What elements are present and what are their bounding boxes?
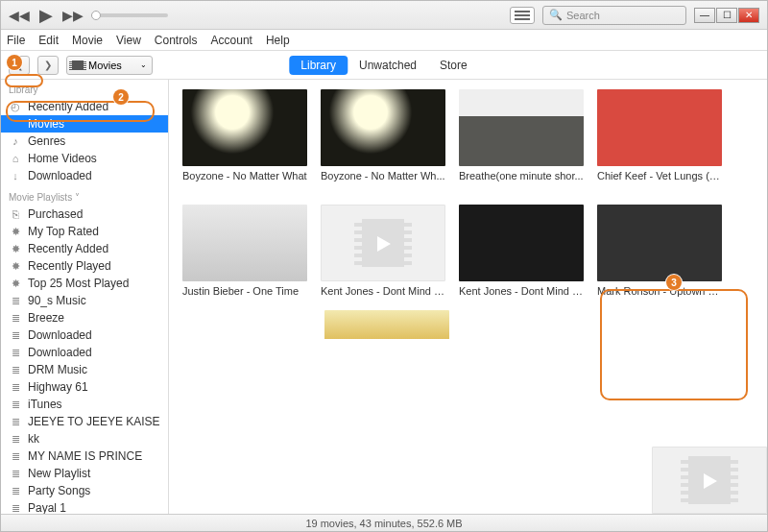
sidebar-playlist-item[interactable]: ≣MY NAME IS PRINCE — [1, 447, 168, 465]
tab-unwatched[interactable]: Unwatched — [348, 56, 428, 75]
menu-view[interactable]: View — [116, 34, 141, 47]
close-button[interactable]: ✕ — [738, 8, 759, 23]
sidebar-item-label: Breeze — [28, 311, 64, 325]
sidebar-item-label: Downloaded — [28, 346, 92, 359]
sidebar-playlist-item[interactable]: ✸My Top Rated — [1, 223, 168, 240]
sidebar-section-playlists[interactable]: Movie Playlists ˅ — [1, 184, 168, 206]
menu-controls[interactable]: Controls — [155, 34, 198, 47]
sidebar-playlist-item[interactable]: ✸Recently Added — [1, 240, 168, 257]
movie-thumbnail[interactable] — [182, 205, 307, 281]
sidebar-playlist-item[interactable]: ≣Party Songs — [1, 482, 168, 499]
toolbar: ❮ ❯ Movies ⌄ LibraryUnwatchedStore — [1, 51, 767, 80]
movie-tile[interactable]: Kent Jones - Dont Mind (... — [459, 205, 584, 297]
menu-edit[interactable]: Edit — [38, 34, 59, 47]
sidebar-item-label: Movies — [28, 117, 64, 131]
sidebar-item-label: New Playlist — [28, 467, 90, 480]
playlist-icon: ≣ — [9, 485, 22, 497]
sidebar-playlist-item[interactable]: ≣iTunes — [1, 396, 168, 413]
movie-tile[interactable]: Chief Keef - Vet Lungs (S... — [597, 89, 722, 181]
sidebar-item-home-videos[interactable]: ⌂Home Videos — [1, 150, 168, 167]
minimize-button[interactable]: — — [694, 8, 715, 23]
sidebar-item-label: 90_s Music — [28, 294, 86, 307]
annotation-badge-2: 2 — [113, 89, 129, 105]
sidebar-item-label: Recently Added — [28, 100, 108, 113]
search-input[interactable]: 🔍 Search — [542, 6, 686, 25]
menu-help[interactable]: Help — [266, 34, 290, 47]
movie-thumbnail[interactable] — [597, 89, 722, 166]
sidebar-item-label: JEEYE TO JEEYE KAISE — [28, 415, 160, 428]
sidebar-item-label: MY NAME IS PRINCE — [28, 449, 142, 463]
movie-thumbnail[interactable] — [597, 205, 722, 281]
next-track-button[interactable]: ▶▶ — [62, 9, 84, 22]
tab-store[interactable]: Store — [428, 56, 479, 75]
playlist-icon: ≣ — [9, 364, 22, 376]
movie-tile[interactable]: Justin Bieber - One Time — [182, 205, 307, 297]
sidebar-item-label: Downloaded — [28, 169, 92, 182]
content-area: Boyzone - No Matter WhatBoyzone - No Mat… — [169, 80, 767, 514]
movie-tile[interactable]: Mark Ronson - Uptown F... — [597, 205, 722, 297]
menubar: FileEditMovieViewControlsAccountHelp — [1, 30, 767, 51]
menu-file[interactable]: File — [7, 34, 25, 47]
list-view-toggle[interactable] — [510, 7, 535, 24]
sidebar-item-genres[interactable]: ♪Genres — [1, 133, 168, 150]
movie-tile[interactable]: Breathe(one minute shor... — [459, 89, 584, 181]
sidebar-playlist-item[interactable]: ≣JEEYE TO JEEYE KAISE — [1, 413, 168, 430]
sidebar-item-label: Top 25 Most Played — [28, 277, 129, 290]
movie-title: Chief Keef - Vet Lungs (S... — [597, 170, 722, 181]
sidebar-playlist-item[interactable]: ≣Payal 1 — [1, 499, 168, 514]
sidebar-item-recently-added[interactable]: ◴Recently Added — [1, 98, 168, 115]
sidebar: Library ◴Recently AddedMovies♪Genres⌂Hom… — [1, 80, 169, 514]
search-icon: 🔍 — [549, 9, 563, 21]
library-icon: ↓ — [9, 170, 22, 181]
volume-slider[interactable] — [91, 13, 168, 17]
playlist-icon: ✸ — [9, 226, 22, 238]
statusbar-text: 19 movies, 43 minutes, 552.6 MB — [305, 518, 462, 529]
movie-thumbnail[interactable] — [321, 89, 445, 166]
playlist-icon: ≣ — [9, 433, 22, 446]
sidebar-section-library: Library — [1, 80, 168, 98]
play-button[interactable]: ▶ — [39, 7, 53, 24]
movie-thumbnail[interactable] — [459, 205, 584, 281]
media-type-select[interactable]: Movies ⌄ — [66, 56, 153, 75]
movie-title: Kent Jones - Dont Mind (... — [321, 285, 445, 297]
menu-account[interactable]: Account — [211, 34, 252, 47]
sidebar-playlist-item[interactable]: ≣Highway 61 — [1, 378, 168, 396]
sidebar-playlist-item[interactable]: ≣kk — [1, 430, 168, 447]
playlist-icon: ⎘ — [9, 208, 22, 220]
sidebar-playlist-item[interactable]: ✸Top 25 Most Played — [1, 275, 168, 292]
sidebar-playlist-item[interactable]: ≣New Playlist — [1, 465, 168, 482]
forward-button[interactable]: ❯ — [37, 56, 59, 75]
sidebar-item-downloaded[interactable]: ↓Downloaded — [1, 167, 168, 184]
movie-tile[interactable]: Boyzone - No Matter Wh... — [321, 89, 445, 181]
sidebar-playlist-item[interactable]: ✸Recently Played — [1, 257, 168, 275]
sidebar-playlist-item[interactable]: ≣Breeze — [1, 309, 168, 326]
sidebar-playlist-item[interactable]: ≣90_s Music — [1, 292, 168, 309]
sidebar-item-movies[interactable]: Movies — [1, 115, 168, 133]
movie-thumbnail[interactable] — [182, 89, 307, 166]
titlebar: ◀◀ ▶ ▶▶ 🔍 Search — ☐ ✕ — [1, 1, 767, 30]
sidebar-playlist-item[interactable]: ≣Downloaded — [1, 344, 168, 361]
film-icon — [72, 60, 84, 70]
playlist-icon: ✸ — [9, 260, 22, 273]
movie-tile-partial[interactable] — [652, 447, 767, 514]
movie-thumbnail[interactable] — [459, 89, 584, 166]
library-icon: ◴ — [9, 101, 22, 113]
movie-tile[interactable]: Kent Jones - Dont Mind (... — [321, 205, 445, 297]
menu-movie[interactable]: Movie — [72, 34, 103, 47]
movie-title: Boyzone - No Matter Wh... — [321, 170, 445, 181]
chevron-down-icon: ⌄ — [140, 60, 147, 69]
sidebar-item-label: Home Videos — [28, 152, 97, 165]
sidebar-playlist-item[interactable]: ⎘Purchased — [1, 206, 168, 223]
maximize-button[interactable]: ☐ — [716, 8, 737, 23]
playlist-icon: ≣ — [9, 312, 22, 325]
sidebar-playlist-item[interactable]: ≣DRM Music — [1, 361, 168, 378]
movie-tile-cut[interactable] — [324, 310, 449, 339]
playlist-icon: ≣ — [9, 329, 22, 342]
playback-controls: ◀◀ ▶ ▶▶ — [9, 7, 84, 24]
previous-track-button[interactable]: ◀◀ — [9, 9, 30, 22]
movie-tile[interactable]: Boyzone - No Matter What — [182, 89, 307, 181]
movie-thumbnail[interactable] — [321, 205, 445, 281]
tab-library[interactable]: Library — [289, 56, 348, 75]
sidebar-playlist-item[interactable]: ≣Downloaded — [1, 326, 168, 344]
film-icon — [9, 118, 22, 130]
